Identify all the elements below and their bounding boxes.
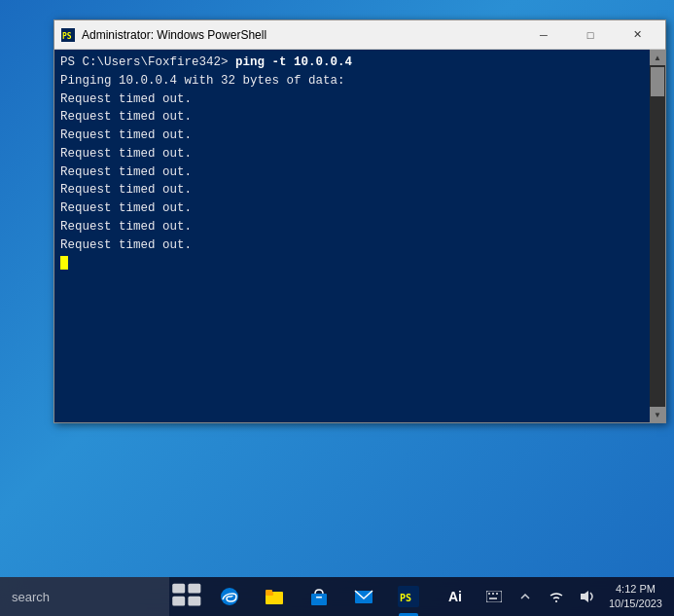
window-title: Administrator: Windows PowerShell: [82, 28, 521, 42]
svg-rect-5: [189, 597, 201, 606]
taskbar: search: [0, 577, 674, 616]
show-hidden-icons-button[interactable]: [512, 577, 539, 616]
terminal-output-line1: Pinging 10.0.0.4 with 32 bytes of data:: [60, 74, 345, 88]
ai-label: Ai: [448, 589, 462, 604]
svg-rect-2: [173, 584, 186, 594]
system-tray: Ai: [434, 577, 674, 616]
scrollbar-down-button[interactable]: ▼: [650, 407, 665, 422]
store-icon-button[interactable]: [298, 577, 340, 616]
keyboard-tray-icon[interactable]: [480, 577, 508, 616]
timeout-5: Request timed out.: [60, 165, 192, 179]
scrollbar-up-button[interactable]: ▲: [650, 50, 665, 65]
volume-tray-icon[interactable]: [574, 577, 601, 616]
titlebar: PS Administrator: Windows PowerShell ─ □…: [54, 20, 665, 50]
network-tray-icon[interactable]: [543, 577, 570, 616]
edge-icon-button[interactable]: [208, 577, 251, 616]
powershell-icon-button[interactable]: PS: [387, 577, 430, 616]
svg-rect-16: [488, 593, 490, 595]
svg-rect-10: [311, 594, 327, 605]
svg-rect-17: [492, 593, 494, 595]
taskview-button[interactable]: [169, 577, 204, 616]
terminal-body: PS C:\Users\Foxfire342> ping -t 10.0.0.4…: [54, 50, 665, 422]
system-clock[interactable]: 4:12 PM 10/15/2023: [605, 582, 666, 612]
timeout-8: Request timed out.: [60, 220, 192, 234]
terminal-cursor: [60, 256, 68, 270]
svg-rect-19: [489, 598, 497, 599]
svg-rect-18: [496, 593, 498, 595]
timeout-1: Request timed out.: [60, 92, 192, 106]
terminal-scrollbar[interactable]: ▲ ▼: [650, 50, 665, 422]
svg-rect-3: [189, 584, 201, 594]
file-explorer-icon-button[interactable]: [253, 577, 296, 616]
svg-rect-4: [173, 597, 186, 606]
terminal-prompt: PS C:\Users\Foxfire342>: [60, 55, 235, 69]
search-label: search: [12, 590, 50, 604]
svg-rect-9: [266, 590, 272, 593]
timeout-6: Request timed out.: [60, 183, 192, 197]
window-controls: ─ □ ✕: [521, 20, 659, 50]
svg-rect-15: [486, 591, 502, 602]
minimize-button[interactable]: ─: [521, 20, 566, 50]
timeout-7: Request timed out.: [60, 201, 192, 215]
clock-time: 4:12 PM: [616, 582, 656, 597]
svg-text:PS: PS: [400, 593, 411, 603]
svg-marker-20: [581, 591, 588, 602]
powershell-window: PS Administrator: Windows PowerShell ─ □…: [53, 19, 666, 423]
desktop: PS Administrator: Windows PowerShell ─ □…: [0, 0, 674, 577]
clock-date: 10/15/2023: [609, 597, 662, 611]
timeout-2: Request timed out.: [60, 110, 192, 124]
ai-button[interactable]: Ai: [434, 577, 477, 616]
ps-titlebar-icon: PS: [60, 27, 76, 43]
taskbar-search[interactable]: search: [0, 577, 169, 616]
timeout-3: Request timed out.: [60, 128, 192, 142]
terminal-content[interactable]: PS C:\Users\Foxfire342> ping -t 10.0.0.4…: [54, 50, 650, 422]
terminal-command: ping -t 10.0.0.4: [235, 55, 352, 69]
timeout-9: Request timed out.: [60, 238, 192, 252]
mail-icon-button[interactable]: [342, 577, 385, 616]
taskbar-icon-group: PS: [204, 577, 434, 616]
timeout-4: Request timed out.: [60, 147, 192, 161]
close-button[interactable]: ✕: [615, 20, 659, 50]
svg-rect-11: [316, 597, 322, 598]
scrollbar-thumb[interactable]: [651, 67, 664, 96]
maximize-button[interactable]: □: [568, 20, 613, 50]
svg-text:PS: PS: [62, 32, 72, 41]
